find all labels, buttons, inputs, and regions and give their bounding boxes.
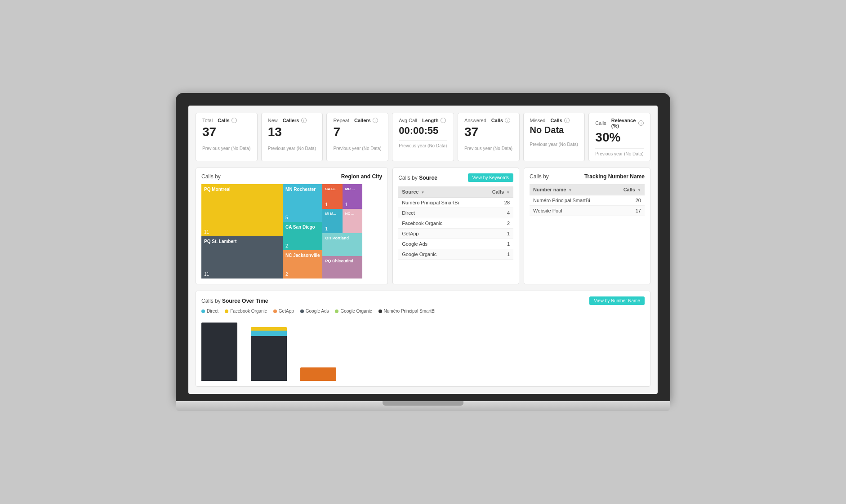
metric-total-calls: Total Calls i 37 Previous year (No Data) [196,113,258,161]
laptop-frame: Total Calls i 37 Previous year (No Data)… [176,93,670,411]
charts-row: Calls by Region and City PQ Montreal 11 … [196,168,650,284]
source-cell-name: Facebook Organic [398,218,481,229]
metric-prev-total-calls: Previous year (No Data) [202,143,251,151]
metric-label-pre: Missed [530,118,546,123]
treemap-cell-jacksonville: NC Jacksonville 2 [283,250,322,279]
source-cell-name: Google Organic [398,249,481,260]
tracking-table-row: Website Pool17 [530,206,645,216]
metric-prev-missed: Previous year (No Data) [530,139,579,147]
metric-prev-answered: Previous year (No Data) [464,143,513,151]
source-cell-calls: 2 [481,218,513,229]
metric-value-missed: No Data [530,125,579,135]
source-table: Source ▼ Calls ▼ Numér [398,186,513,260]
metric-label-pre: Total [202,118,213,123]
cell-value-cali: 1 [325,202,328,207]
metric-avg-call-length: Avg Call Length i 00:00:55 Previous year… [392,113,454,161]
sort-icon-tracking-calls[interactable]: ▼ [637,188,641,192]
cell-value-jacksonville: 2 [285,272,288,277]
metric-label-bold: Calls [491,118,503,123]
sort-icon-source[interactable]: ▼ [421,190,425,194]
source-cell-calls: 28 [481,198,513,208]
treemap-cell-montreal: PQ Montreal 11 [201,184,283,236]
metric-label-bold: Length [422,118,439,123]
cell-label-chicoutimi: PQ Chicoutimi [325,259,353,263]
metric-value-relevance: 30% [595,130,644,145]
legend-dot [335,309,338,313]
sot-title-bold: Source Over Time [222,298,268,304]
tracking-table-row: Numéro Principal SmartBi20 [530,195,645,206]
view-by-number-name-button[interactable]: View by Number Name [589,296,645,305]
legend-dot [201,309,205,313]
legend-item: Facebook Organic [225,309,267,314]
legend-item: Numéro Principal SmartBi [378,309,436,314]
source-cell-name: Numéro Principal SmartBi [398,198,481,208]
metric-label-pre: New [268,118,278,123]
bar-stack [251,327,287,381]
legend-label: GetApp [279,309,294,314]
treemap-cell-nc: NC ... [343,209,362,234]
bar-chart-area [201,318,645,381]
metric-label-bold: Relevance (%) [611,118,637,128]
sot-legend: DirectFacebook OrganicGetAppGoogle AdsGo… [201,309,645,314]
metric-label-pre: Repeat [333,118,349,123]
info-icon-new-callers[interactable]: i [301,118,307,123]
bar-stack [300,367,336,381]
tracking-cell-calls: 17 [612,206,645,216]
metric-label-bold: Calls [218,118,229,123]
metric-missed-calls: Missed Calls i No Data Previous year (No… [523,113,585,161]
legend-label: Google Organic [340,309,372,314]
bar-segment [300,367,336,381]
metric-label-pre: Answered [464,118,486,123]
source-table-row: Numéro Principal SmartBi28 [398,198,513,208]
legend-dot [378,309,382,313]
cell-value-sandiego: 2 [285,243,288,248]
sort-icon-calls[interactable]: ▼ [506,190,510,194]
region-title-bold: Region and City [341,173,382,180]
metric-prev-relevance: Previous year (No Data) [595,148,644,156]
region-chart-panel: Calls by Region and City PQ Montreal 11 … [196,168,388,284]
tracking-cell-name: Numéro Principal SmartBi [530,195,612,206]
treemap-cell-mim: MI M... 1 [322,209,342,234]
bar-group [201,323,237,381]
metric-relevance: Calls Relevance (%) i 30% Previous year … [588,113,650,161]
tracking-cell-name: Website Pool [530,206,612,216]
metric-value-answered: 37 [464,125,513,139]
info-icon-repeat-callers[interactable]: i [373,118,378,123]
info-icon-total-calls[interactable]: i [232,118,237,123]
metric-value-repeat-callers: 7 [333,125,382,139]
source-table-row: Direct4 [398,208,513,218]
tracking-title-pre: Calls by [530,173,549,180]
cell-label-lambert: PQ St. Lambert [204,239,236,244]
bar-segment [251,331,287,336]
source-table-row: Facebook Organic2 [398,218,513,229]
metric-title-new-callers: New Callers i [268,118,316,123]
cell-label-rochester: MN Rochester [285,187,316,192]
metric-repeat-callers: Repeat Callers i 7 Previous year (No Dat… [326,113,388,161]
cell-value-mim: 1 [325,226,328,231]
legend-item: GetApp [273,309,294,314]
info-icon-missed[interactable]: i [564,118,570,123]
info-icon-answered[interactable]: i [505,118,510,123]
metric-new-callers: New Callers i 13 Previous year (No Data) [261,113,323,161]
metric-value-total-calls: 37 [202,125,251,139]
treemap: PQ Montreal 11 PQ St. Lambert 11 MN Roch… [201,184,382,279]
cell-label-cali: CA Li... [325,187,337,191]
metric-label-bold: Callers [354,118,371,123]
sort-icon-name[interactable]: ▼ [569,188,572,192]
screen: Total Calls i 37 Previous year (No Data)… [188,106,658,394]
dashboard: Total Calls i 37 Previous year (No Data)… [188,106,658,394]
source-table-row: Google Organic1 [398,249,513,260]
region-title-pre: Calls by [201,173,221,180]
bar-segment [251,336,287,381]
source-table-row: GetApp1 [398,229,513,239]
metric-prev-avg: Previous year (No Data) [399,140,447,148]
view-by-keywords-button[interactable]: View by Keywords [468,173,514,182]
legend-dot [300,309,304,313]
info-icon-relevance[interactable]: i [638,120,644,126]
treemap-cell-lambert: PQ St. Lambert 11 [201,236,283,279]
metrics-row: Total Calls i 37 Previous year (No Data)… [196,113,650,161]
tracking-chart-title: Calls by Tracking Number Name [530,173,645,180]
info-icon-avg[interactable]: i [441,118,446,123]
treemap-cell-portland: OR Portland [322,233,362,256]
legend-dot [225,309,228,313]
